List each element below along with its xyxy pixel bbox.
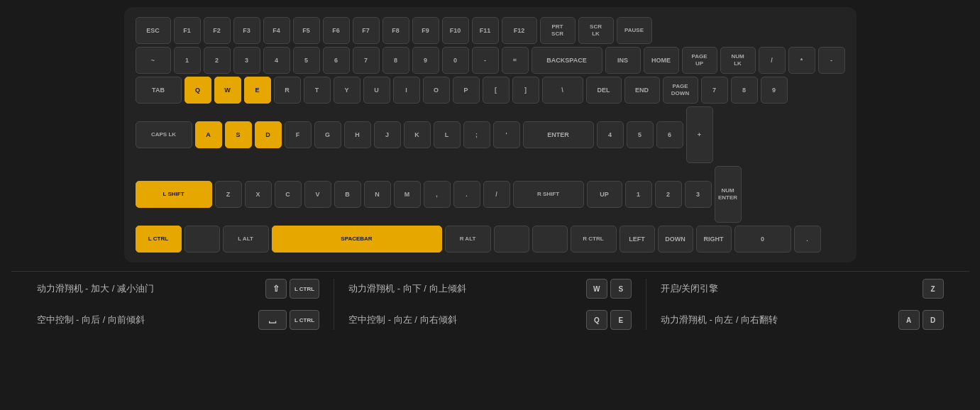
- key-rshift[interactable]: R SHIFT: [513, 181, 584, 208]
- key-d[interactable]: D: [255, 121, 282, 148]
- key-j[interactable]: J: [374, 121, 401, 148]
- key-scrlk[interactable]: SCRLK: [578, 17, 614, 44]
- legend-key-s[interactable]: S: [610, 279, 632, 299]
- key-numpad-8[interactable]: 8: [731, 77, 758, 104]
- key-0[interactable]: 0: [442, 47, 469, 74]
- key-6[interactable]: 6: [323, 47, 350, 74]
- key-n[interactable]: N: [364, 181, 391, 208]
- key-f9[interactable]: F9: [412, 17, 439, 44]
- key-numpad-3[interactable]: 3: [685, 181, 712, 208]
- key-u[interactable]: U: [363, 77, 390, 104]
- key-f6[interactable]: F6: [323, 17, 350, 44]
- key-tab[interactable]: TAB: [136, 77, 182, 104]
- key-minus[interactable]: -: [472, 47, 499, 74]
- legend-key-e[interactable]: E: [610, 310, 632, 330]
- key-y[interactable]: Y: [334, 77, 360, 104]
- key-numpad-0[interactable]: 0: [734, 226, 791, 253]
- key-numpad-enter[interactable]: NUMENTER: [715, 166, 742, 223]
- legend-key-lctrl2[interactable]: L CTRL: [290, 310, 319, 330]
- key-numpad-4[interactable]: 4: [597, 121, 624, 148]
- legend-key-lctrl[interactable]: L CTRL: [290, 279, 319, 299]
- legend-key-z[interactable]: Z: [923, 279, 944, 299]
- legend-key-space[interactable]: ⎵: [258, 310, 287, 330]
- key-rctrl[interactable]: R CTRL: [571, 226, 617, 253]
- key-ralt[interactable]: R ALT: [445, 226, 491, 253]
- key-numpad-dot[interactable]: .: [794, 226, 821, 253]
- key-backspace[interactable]: BACKSPACE: [532, 47, 602, 74]
- key-lbracket[interactable]: [: [483, 77, 510, 104]
- key-esc[interactable]: ESC: [136, 17, 171, 44]
- key-menu[interactable]: [532, 226, 568, 253]
- key-numpad-5[interactable]: 5: [627, 121, 654, 148]
- key-o[interactable]: O: [423, 77, 450, 104]
- key-c[interactable]: C: [275, 181, 302, 208]
- key-f4[interactable]: F4: [263, 17, 290, 44]
- key-e[interactable]: E: [244, 77, 271, 104]
- key-numpad-7[interactable]: 7: [701, 77, 728, 104]
- key-enter[interactable]: ENTER: [523, 121, 594, 148]
- key-backslash[interactable]: \: [542, 77, 583, 104]
- key-tilde[interactable]: ~: [136, 47, 171, 74]
- key-l[interactable]: L: [434, 121, 461, 148]
- key-semicolon[interactable]: ;: [463, 121, 490, 148]
- key-equals[interactable]: =: [502, 47, 529, 74]
- key-r[interactable]: R: [274, 77, 301, 104]
- key-f7[interactable]: F7: [353, 17, 380, 44]
- key-m[interactable]: M: [394, 181, 421, 208]
- key-lctrl[interactable]: L CTRL: [136, 226, 182, 253]
- key-home[interactable]: HOME: [644, 47, 679, 74]
- key-p[interactable]: P: [453, 77, 480, 104]
- key-3[interactable]: 3: [233, 47, 260, 74]
- key-4[interactable]: 4: [263, 47, 290, 74]
- legend-key-shift[interactable]: ⇧: [265, 279, 287, 299]
- key-f[interactable]: F: [285, 121, 312, 148]
- key-k[interactable]: K: [404, 121, 431, 148]
- key-h[interactable]: H: [344, 121, 371, 148]
- key-f10[interactable]: F10: [442, 17, 469, 44]
- key-t[interactable]: T: [304, 77, 331, 104]
- key-s[interactable]: S: [225, 121, 252, 148]
- key-numpad-minus[interactable]: -: [818, 47, 845, 74]
- key-2[interactable]: 2: [204, 47, 231, 74]
- key-numpad-2[interactable]: 2: [655, 181, 682, 208]
- key-f11[interactable]: F11: [472, 17, 499, 44]
- key-x[interactable]: X: [245, 181, 272, 208]
- key-quote[interactable]: ': [493, 121, 520, 148]
- key-rwin[interactable]: [494, 226, 529, 253]
- key-f8[interactable]: F8: [382, 17, 409, 44]
- key-numpad-plus[interactable]: +: [686, 106, 713, 163]
- key-prtscr[interactable]: PRTSCR: [540, 17, 576, 44]
- key-ins[interactable]: INS: [605, 47, 641, 74]
- key-rbracket[interactable]: ]: [512, 77, 539, 104]
- key-lwin[interactable]: [185, 226, 220, 253]
- legend-key-a[interactable]: A: [898, 310, 920, 330]
- key-spacebar[interactable]: SPACEBAR: [272, 226, 442, 253]
- key-lalt[interactable]: L ALT: [223, 226, 269, 253]
- key-down[interactable]: DOWN: [658, 226, 693, 253]
- key-del[interactable]: DEL: [586, 77, 622, 104]
- key-5[interactable]: 5: [293, 47, 320, 74]
- key-f2[interactable]: F2: [204, 17, 231, 44]
- key-end[interactable]: END: [624, 77, 660, 104]
- key-1[interactable]: 1: [174, 47, 201, 74]
- key-numpad-star[interactable]: *: [788, 47, 815, 74]
- key-q[interactable]: Q: [185, 77, 211, 104]
- key-f12[interactable]: F12: [502, 17, 537, 44]
- key-fwdslash[interactable]: /: [483, 181, 510, 208]
- key-up[interactable]: UP: [587, 181, 622, 208]
- key-z[interactable]: Z: [215, 181, 242, 208]
- key-f1[interactable]: F1: [174, 17, 201, 44]
- key-comma[interactable]: ,: [424, 181, 451, 208]
- key-pause[interactable]: PAUSE: [617, 17, 652, 44]
- key-period[interactable]: .: [453, 181, 480, 208]
- key-numpad-6[interactable]: 6: [656, 121, 683, 148]
- key-numpad-9[interactable]: 9: [761, 77, 788, 104]
- key-numpad-slash[interactable]: /: [759, 47, 786, 74]
- key-numlk[interactable]: NUMLK: [720, 47, 756, 74]
- key-lshift[interactable]: L SHIFT: [136, 181, 212, 208]
- key-w[interactable]: W: [214, 77, 241, 104]
- key-pageup[interactable]: PAGEUP: [682, 47, 717, 74]
- key-left[interactable]: LEFT: [620, 226, 655, 253]
- key-i[interactable]: I: [393, 77, 420, 104]
- key-numpad-1[interactable]: 1: [625, 181, 652, 208]
